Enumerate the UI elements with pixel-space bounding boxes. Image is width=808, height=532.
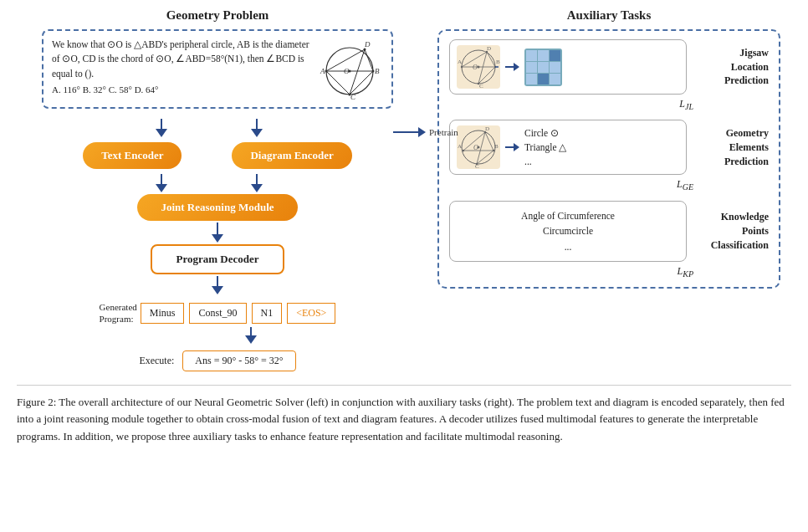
diagram-encoder-box: Diagram Encoder	[232, 142, 351, 169]
circle-label: Circle ⊙	[524, 126, 566, 141]
arrow-joint-left	[156, 174, 167, 192]
arrow-diagram-encoder	[251, 119, 263, 137]
encoder-row: Text Encoder Diagram Encoder	[83, 142, 352, 169]
arrows-to-joint	[156, 172, 263, 194]
svg-text:D: D	[364, 40, 371, 49]
task3-inner: Angle of Circumference Circumcircle ...	[449, 201, 687, 262]
pretrain-area: Pretrain	[393, 127, 458, 137]
left-title: Geometry Problem	[166, 8, 269, 23]
token-minus: Minus	[141, 303, 185, 324]
arrow-to-execute	[245, 327, 257, 344]
ellipsis-label: ...	[524, 155, 566, 169]
task1-inner: O A B D C	[449, 39, 687, 95]
token-n1: N1	[252, 303, 283, 324]
arrow-joint-right	[251, 174, 263, 192]
svg-text:O: O	[473, 64, 478, 71]
svg-text:B: B	[494, 143, 499, 150]
problem-diagram: O A B D C	[316, 38, 383, 100]
generated-label: Generated Program:	[100, 301, 137, 325]
knowledge-line1: Angle of Circumference	[460, 208, 676, 223]
arrows-to-encoders	[156, 117, 263, 139]
task2-elements: Circle ⊙ Triangle △ ...	[524, 126, 566, 170]
token-eos: <EOS>	[287, 303, 335, 324]
token-const90: Const_90	[189, 303, 246, 324]
task1-circle-svg: O A B D C	[457, 45, 500, 89]
task1-label: Jigsaw Location Prediction	[693, 46, 769, 88]
task1-row: O A B D C	[449, 39, 769, 95]
loss-kp: LKP	[449, 265, 769, 279]
loss-jl: LJL	[449, 98, 769, 111]
svg-text:A: A	[458, 143, 462, 150]
svg-text:C: C	[479, 83, 483, 89]
arrow-to-tokens	[212, 276, 223, 294]
problem-box: We know that ⊙O is △ABD's peripheral cir…	[42, 29, 393, 109]
triangle-label: Triangle △	[524, 141, 566, 155]
caption: Figure 2: The overall architecture of ou…	[17, 385, 791, 446]
knowledge-line2: Circumcircle	[460, 223, 676, 238]
execute-box: Ans = 90° - 58° = 32°	[182, 350, 295, 371]
task3-row: Angle of Circumference Circumcircle ... …	[449, 201, 769, 262]
main-diagram: Geometry Problem We know that ⊙O is △ABD…	[17, 8, 791, 371]
svg-text:B: B	[496, 59, 500, 65]
task2-label: Geometry Elements Prediction	[693, 126, 769, 168]
right-title: Auxiliary Tasks	[567, 8, 651, 23]
generated-program-row: Generated Program: Minus Const_90 N1 <EO…	[100, 301, 336, 325]
pretrain-arrow-head	[418, 127, 426, 137]
arrow-text-encoder	[156, 119, 167, 137]
svg-text:D: D	[485, 125, 489, 132]
loss-ge: LGE	[449, 178, 769, 192]
execute-label: Execute:	[139, 355, 174, 367]
task3-label: Knowledge Points Classification	[693, 210, 769, 252]
problem-text: We know that ⊙O is △ABD's peripheral cir…	[52, 38, 309, 81]
right-panel: Auxiliary Tasks Pretrain O A	[418, 8, 791, 371]
svg-text:A: A	[458, 59, 462, 65]
svg-text:B: B	[375, 67, 380, 75]
pretrain-label: Pretrain	[429, 127, 458, 137]
svg-text:A: A	[320, 67, 325, 75]
knowledge-ellipsis: ...	[460, 239, 676, 254]
geometry-svg: O A B D C	[319, 38, 381, 100]
program-decoder-box: Program Decoder	[151, 244, 284, 274]
task1-arrow	[505, 63, 519, 71]
arrow-to-decoder	[212, 223, 223, 243]
joint-reasoning-box: Joint Reasoning Module	[137, 194, 297, 221]
jigsaw-grid	[524, 49, 562, 86]
task3-content: Angle of Circumference Circumcircle ...	[460, 208, 676, 254]
svg-line-13	[365, 49, 373, 71]
text-encoder-box: Text Encoder	[83, 142, 182, 169]
task2-inner: O A B D C	[449, 120, 687, 175]
execute-row: Execute: Ans = 90° - 58° = 32°	[139, 350, 295, 371]
task2-circle-svg: O A B D C	[457, 125, 500, 169]
svg-text:C: C	[350, 93, 356, 101]
pretrain-line	[393, 131, 418, 133]
task2-arrow	[505, 143, 519, 151]
task2-row: O A B D C	[449, 120, 769, 175]
aux-outer-box: O A B D C	[437, 29, 780, 289]
left-panel: Geometry Problem We know that ⊙O is △ABD…	[17, 8, 418, 371]
choices-text: A. 116° B. 32° C. 58° D. 64°	[52, 84, 309, 95]
svg-text:D: D	[487, 45, 491, 52]
